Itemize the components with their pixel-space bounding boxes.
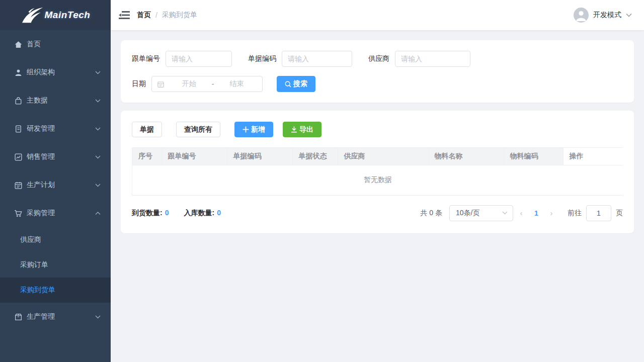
goto-page-input[interactable] (586, 205, 611, 221)
toolbar: 单据 查询所有 新增 导出 (132, 122, 623, 137)
sidebar-item-label: 研发管理 (27, 124, 95, 133)
main-content: 跟单编号 单据编码 供应商 日期 开始 - 结束 (111, 30, 644, 362)
date-end-placeholder[interactable]: 结束 (216, 79, 257, 88)
table-footer: 到货数量:0 入库数量:0 共 0 条 10条/页 ‹ 1 › 前往 页 (132, 205, 623, 221)
date-start-placeholder[interactable]: 开始 (169, 79, 210, 88)
sidebar-item-production-management[interactable]: 生产管理 (0, 303, 111, 331)
search-button[interactable]: 搜索 (277, 76, 315, 92)
page-suffix-label: 页 (616, 209, 623, 218)
sidebar-item-organization[interactable]: 组织架构 (0, 58, 111, 86)
supplier-input[interactable] (395, 51, 470, 67)
box-icon (14, 313, 23, 321)
chevron-down-icon (95, 315, 101, 319)
sidebar-item-home[interactable]: 首页 (0, 30, 111, 58)
top-header: 首页 / 采购到货单 开发模式 (111, 0, 644, 30)
chevron-down-icon (502, 211, 508, 215)
sidebar-item-rd-management[interactable]: 研发管理 (0, 115, 111, 143)
data-panel: 单据 查询所有 新增 导出 序号 (121, 111, 634, 233)
plus-icon (243, 126, 249, 133)
sidebar-item-label: 销售管理 (27, 152, 95, 161)
sidebar-subitem-supplier[interactable]: 供应商 (0, 227, 111, 252)
chevron-down-icon (95, 127, 101, 131)
avatar (574, 8, 589, 23)
bag-icon (14, 97, 23, 105)
calendar-icon (157, 80, 165, 88)
supplier-field: 供应商 (368, 51, 470, 67)
logo-text: MainTech (45, 10, 91, 21)
inbound-qty: 入库数量:0 (184, 209, 220, 218)
breadcrumb-home-link[interactable]: 首页 (137, 11, 151, 20)
chevron-down-icon (95, 99, 101, 103)
chevron-down-icon (95, 71, 101, 74)
download-icon (291, 126, 297, 133)
date-range-picker[interactable]: 开始 - 结束 (151, 76, 263, 92)
table-header-row: 序号 跟单编号 单据编码 单据状态 供应商 物料名称 物料编码 操作 (132, 148, 623, 165)
sidebar-item-production-plan[interactable]: 生产计划 (0, 171, 111, 199)
export-button-label: 导出 (299, 125, 313, 134)
col-header-seq: 序号 (132, 148, 162, 165)
logo-swoosh-icon (21, 7, 44, 24)
col-header-doc-status: 单据状态 (292, 148, 338, 165)
add-button[interactable]: 新增 (234, 122, 273, 137)
sidebar-item-label: 生产管理 (27, 312, 95, 321)
search-icon (285, 81, 291, 87)
chevron-down-icon (95, 184, 101, 187)
page-size-value: 10条/页 (456, 209, 502, 218)
sidebar-collapse-icon[interactable] (119, 10, 130, 21)
doc-code-input[interactable] (282, 51, 352, 67)
arrival-qty-label: 到货数量: (132, 209, 163, 217)
user-icon (14, 68, 23, 77)
filter-row-1: 跟单编号 单据编码 供应商 (132, 51, 623, 67)
pagination-total: 共 0 条 (420, 209, 442, 218)
empty-state-text: 暂无数据 (132, 165, 623, 195)
breadcrumb-current: 采购到货单 (162, 11, 197, 20)
sidebar-subitem-purchase-arrival[interactable]: 采购到货单 (0, 278, 111, 303)
sidebar-item-label: 首页 (27, 40, 101, 49)
col-header-tracking-no: 跟单编号 (162, 148, 227, 165)
data-table: 序号 跟单编号 单据编码 单据状态 供应商 物料名称 物料编码 操作 暂无数据 (132, 147, 623, 196)
tracking-no-label: 跟单编号 (132, 54, 160, 63)
home-icon (14, 40, 23, 49)
cart-icon (14, 209, 23, 218)
page-size-select[interactable]: 10条/页 (449, 205, 513, 221)
query-all-button[interactable]: 查询所有 (176, 122, 220, 137)
breadcrumb: 首页 / 采购到货单 (137, 11, 197, 20)
sidebar-subitem-label: 采购订单 (20, 260, 48, 269)
prev-page-icon[interactable]: ‹ (513, 209, 529, 217)
user-menu[interactable]: 开发模式 (574, 8, 644, 23)
sidebar-item-label: 组织架构 (27, 68, 95, 77)
col-header-doc-code: 单据编码 (227, 148, 292, 165)
supplier-label: 供应商 (368, 54, 389, 63)
chevron-down-icon (95, 155, 101, 159)
sidebar-item-label: 生产计划 (27, 180, 95, 190)
chart-icon (14, 153, 23, 161)
sidebar-item-procurement-management[interactable]: 采购管理 (0, 199, 111, 227)
next-page-icon[interactable]: › (543, 209, 559, 217)
col-header-supplier: 供应商 (338, 148, 428, 165)
page-number-1[interactable]: 1 (529, 209, 543, 217)
chevron-down-icon (626, 13, 632, 17)
sidebar-item-label: 采购管理 (27, 209, 95, 218)
export-button[interactable]: 导出 (283, 122, 321, 137)
arrival-qty-value: 0 (165, 209, 169, 217)
date-field: 日期 开始 - 结束 (132, 76, 263, 92)
doc-button-label: 单据 (140, 125, 154, 134)
arrival-qty: 到货数量:0 (132, 209, 169, 218)
sidebar-subitem-purchase-order[interactable]: 采购订单 (0, 252, 111, 278)
col-header-material-name: 物料名称 (428, 148, 504, 165)
dev-mode-label: 开发模式 (593, 11, 621, 20)
tracking-no-input[interactable] (166, 51, 232, 67)
sidebar-item-sales-management[interactable]: 销售管理 (0, 143, 111, 171)
sidebar-subitem-label: 供应商 (20, 235, 41, 244)
sidebar-item-master-data[interactable]: 主数据 (0, 86, 111, 115)
filter-row-2: 日期 开始 - 结束 搜索 (132, 76, 623, 92)
sidebar: MainTech 首页 组织架构 主数据 研发管理 销售管理 生 (0, 0, 111, 362)
col-header-actions: 操作 (563, 148, 623, 165)
doc-button[interactable]: 单据 (132, 122, 162, 137)
inbound-qty-label: 入库数量: (184, 209, 214, 217)
sidebar-subitem-label: 采购到货单 (20, 286, 55, 295)
inbound-qty-value: 0 (217, 209, 221, 217)
empty-row: 暂无数据 (132, 165, 623, 195)
query-all-button-label: 查询所有 (184, 125, 212, 134)
calendar-icon (14, 181, 23, 190)
